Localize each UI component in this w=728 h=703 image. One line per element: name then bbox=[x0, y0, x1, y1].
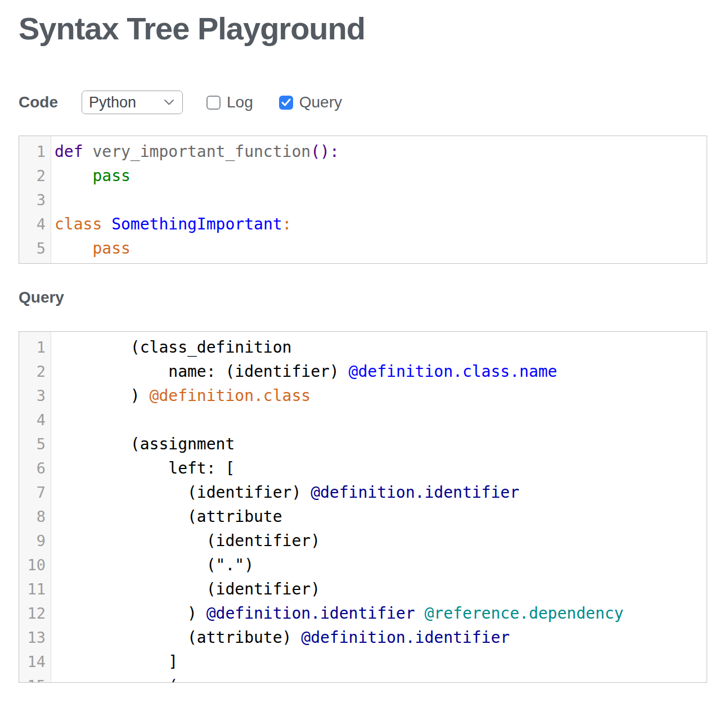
query-line[interactable]: (identifier) @definition.identifier bbox=[55, 480, 707, 504]
code-token bbox=[83, 142, 93, 161]
query-line[interactable]: (identifier) bbox=[55, 529, 707, 553]
query-line[interactable]: (class_definition bbox=[55, 335, 707, 359]
code-token: ] bbox=[55, 652, 178, 671]
query-line[interactable]: (identifier) bbox=[55, 577, 707, 601]
query-checkbox-label: Query bbox=[299, 93, 342, 111]
line-number: 5 bbox=[19, 432, 51, 456]
code-token bbox=[415, 604, 425, 623]
code-token: left: [ bbox=[55, 459, 235, 477]
line-number: 3 bbox=[19, 384, 51, 408]
query-line[interactable]: left: [ bbox=[55, 456, 707, 480]
query-line[interactable]: (assignment bbox=[55, 432, 707, 456]
code-line[interactable]: pass bbox=[55, 164, 707, 188]
chevron-down-icon bbox=[164, 99, 174, 106]
controls-row: Code Python Log Query bbox=[19, 91, 707, 114]
query-editor[interactable]: 123456789101112131415 (class_definition … bbox=[19, 331, 707, 683]
code-token: (): bbox=[311, 142, 339, 161]
code-editor-gutter: 12345 bbox=[19, 136, 51, 263]
line-number: 9 bbox=[19, 529, 51, 553]
log-checkbox-box[interactable] bbox=[206, 96, 221, 110]
query-editor-text-area[interactable]: (class_definition name: (identifier) @de… bbox=[51, 332, 707, 682]
line-number: 4 bbox=[19, 212, 51, 236]
code-token: : bbox=[282, 215, 292, 233]
log-checkbox[interactable]: Log bbox=[206, 93, 253, 111]
code-editor[interactable]: 12345 def very_important_function(): pas… bbox=[19, 136, 707, 264]
code-token: @definition.class bbox=[150, 386, 311, 405]
code-token: pass bbox=[92, 239, 130, 258]
log-checkbox-label: Log bbox=[227, 93, 253, 111]
line-number: 3 bbox=[19, 188, 51, 212]
query-checkbox-box[interactable] bbox=[279, 96, 293, 110]
query-editor-gutter: 123456789101112131415 bbox=[19, 332, 51, 682]
code-token: (identifier) bbox=[55, 580, 320, 598]
code-token: very_important_function bbox=[92, 142, 311, 161]
line-number: 12 bbox=[19, 601, 51, 625]
line-number: 8 bbox=[19, 504, 51, 529]
code-line[interactable] bbox=[55, 188, 707, 212]
code-editor-text-area[interactable]: def very_important_function(): passclass… bbox=[51, 136, 707, 263]
code-token: SomethingImportant bbox=[111, 215, 282, 233]
query-line[interactable]: ) @definition.identifier @reference.depe… bbox=[55, 601, 707, 625]
code-token: @definition.identifier bbox=[311, 483, 519, 502]
language-select-value: Python bbox=[89, 94, 136, 111]
code-token: class bbox=[55, 215, 102, 233]
line-number: 2 bbox=[19, 164, 51, 188]
code-token bbox=[55, 239, 92, 258]
code-line[interactable]: pass bbox=[55, 236, 707, 260]
query-line[interactable]: name: (identifier) @definition.class.nam… bbox=[55, 359, 707, 384]
query-line[interactable]: (attribute bbox=[55, 504, 707, 529]
check-icon bbox=[281, 98, 291, 106]
line-number: 1 bbox=[19, 139, 51, 164]
code-token: ) bbox=[55, 604, 206, 623]
line-number: 2 bbox=[19, 359, 51, 384]
query-line[interactable]: (attribute) @definition.identifier bbox=[55, 625, 707, 650]
query-line[interactable]: ] bbox=[55, 650, 707, 674]
line-number: 1 bbox=[19, 335, 51, 359]
line-number: 5 bbox=[19, 236, 51, 260]
code-line[interactable]: class SomethingImportant: bbox=[55, 212, 707, 236]
code-token: @definition.identifier bbox=[301, 628, 510, 647]
line-number: 6 bbox=[19, 456, 51, 480]
code-token: (class_definition bbox=[55, 338, 291, 357]
code-label: Code bbox=[19, 93, 58, 111]
code-token: (identifier) bbox=[55, 531, 320, 550]
page-title: Syntax Tree Playground bbox=[19, 10, 707, 47]
code-token: def bbox=[55, 142, 83, 161]
line-number: 13 bbox=[19, 625, 51, 650]
language-select[interactable]: Python bbox=[82, 91, 183, 114]
line-number: 11 bbox=[19, 577, 51, 601]
code-token: @definition.class.name bbox=[349, 362, 558, 381]
line-number: 15 bbox=[19, 674, 51, 683]
query-checkbox[interactable]: Query bbox=[279, 93, 342, 111]
code-token: @reference.dependency bbox=[424, 604, 623, 623]
line-number: 14 bbox=[19, 650, 51, 674]
line-number: 4 bbox=[19, 408, 51, 432]
line-number: 10 bbox=[19, 553, 51, 577]
code-token bbox=[55, 166, 92, 185]
code-token: ) bbox=[55, 386, 150, 405]
code-token: name: (identifier) bbox=[55, 362, 349, 381]
query-heading: Query bbox=[19, 289, 707, 307]
code-token: (".") bbox=[55, 556, 254, 574]
playground-page: Syntax Tree Playground Code Python Log bbox=[0, 0, 728, 683]
code-token: (identifier) bbox=[55, 483, 311, 502]
query-line[interactable] bbox=[55, 408, 707, 432]
query-line[interactable]: (".") bbox=[55, 553, 707, 577]
code-token: (attribute bbox=[55, 507, 282, 526]
code-token: @definition.identifier bbox=[206, 604, 415, 623]
code-token bbox=[102, 215, 111, 233]
code-token: (attribute) bbox=[55, 628, 301, 647]
line-number: 7 bbox=[19, 480, 51, 504]
code-token: (assignment bbox=[55, 435, 235, 453]
code-token: pass bbox=[92, 166, 130, 185]
code-token: ( bbox=[55, 677, 178, 682]
query-line[interactable]: ( bbox=[55, 674, 707, 682]
query-line[interactable]: ) @definition.class bbox=[55, 384, 707, 408]
code-line[interactable]: def very_important_function(): bbox=[55, 139, 707, 164]
